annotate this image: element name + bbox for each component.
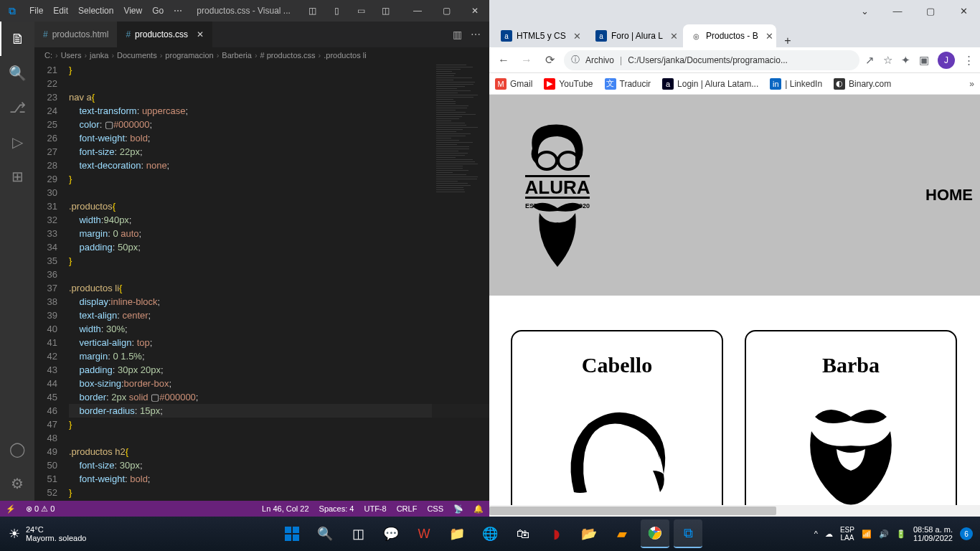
breadcrumb-item[interactable]: programacion [165,51,213,60]
language-indicator[interactable]: ESPLAA [840,526,854,542]
more-icon[interactable]: ⋯ [471,29,481,40]
code-editor[interactable]: 2122232425262728293031323334353637383940… [34,63,489,501]
back-button[interactable]: ← [495,54,512,67]
remote-icon[interactable]: ⚡ [6,504,16,514]
browser-tab[interactable]: ◎Productos - B✕ [683,24,776,47]
weather-widget[interactable]: 24°C Mayorm. soleado [26,525,86,542]
settings-gear-icon[interactable]: ⚙ [0,466,34,501]
vscode-icon[interactable]: ⧉ [674,519,702,548]
breadcrumb-item[interactable]: Users [61,51,82,60]
battery-icon[interactable]: 🔋 [896,529,906,539]
panel-icon[interactable]: ◫ [300,6,324,16]
bookmark[interactable]: 文Traducir [605,78,651,90]
statusbar-item[interactable]: Ln 46, Col 22 [262,504,308,514]
browser-tab[interactable]: aForo | Alura L✕ [588,24,682,47]
bookmark[interactable]: aLogin | Alura Latam... [662,78,758,90]
menu-⋯[interactable]: ⋯ [169,6,187,16]
statusbar-item[interactable]: CSS [427,504,443,514]
close-icon[interactable]: ✕ [197,29,204,39]
run-debug-icon[interactable]: ▷ [0,125,34,159]
menu-edit[interactable]: Edit [48,6,73,16]
wps-icon[interactable]: W [410,519,438,548]
close-icon[interactable]: ✕ [573,31,581,42]
chevron-down-icon[interactable]: ⌄ [848,6,881,17]
statusbar-item[interactable]: 📡 [453,504,463,514]
kebab-menu-icon[interactable]: ⋮ [963,54,974,67]
share-icon[interactable]: ↗ [865,54,875,67]
statusbar-item[interactable]: Spaces: 4 [319,504,354,514]
task-view-icon[interactable]: ◫ [344,519,372,548]
horizontal-scrollbar[interactable] [489,505,980,517]
chrome-icon[interactable] [641,519,669,548]
product-card[interactable]: Barba [745,330,957,517]
extensions-icon[interactable]: ✦ [901,54,910,67]
clock[interactable]: 08:58 a. m.11/09/2022 [913,525,953,542]
new-tab-button[interactable]: + [778,34,798,47]
maximize-icon[interactable]: ▢ [432,6,461,16]
code-lines[interactable]: }nav a{ text-transform: uppercase; color… [69,63,489,501]
breadcrumb-item[interactable]: Documents [117,51,157,60]
minimize-icon[interactable]: ― [881,6,914,17]
address-bar[interactable]: ⓘ Archivo | C:/Users/janka/Documents/pro… [564,50,859,70]
menu-go[interactable]: Go [147,6,169,16]
breadcrumbs[interactable]: C:›Users›janka›Documents›programacion›Ba… [34,47,489,63]
search-icon[interactable]: 🔍 [0,56,34,90]
account-icon[interactable]: ◯ [0,432,34,466]
extensions-icon[interactable]: ⊞ [0,159,34,194]
close-icon[interactable]: ✕ [461,6,489,16]
product-card[interactable]: Cabello [511,330,723,517]
close-icon[interactable]: ✕ [670,31,678,42]
breadcrumb-item[interactable]: C: [44,51,52,60]
close-icon[interactable]: ✕ [947,6,980,17]
start-button[interactable] [278,519,306,548]
minimap[interactable] [432,63,489,501]
panel-icon[interactable]: ▯ [324,6,349,16]
mcafee-icon[interactable]: ◗ [542,519,570,548]
browser-tab[interactable]: aHTML5 y CS✕ [494,24,587,47]
info-icon[interactable]: ⓘ [571,54,580,66]
menu-view[interactable]: View [118,6,147,16]
search-icon[interactable]: 🔍 [311,519,339,548]
sublime-icon[interactable]: ▰ [608,519,636,548]
folder-icon[interactable]: 📂 [575,519,603,548]
tray-chevron-icon[interactable]: ^ [814,529,818,538]
profile-avatar[interactable]: J [938,52,955,69]
problems[interactable]: ⊗ 0 ⚠ 0 [26,504,55,514]
nav-link[interactable]: HOME [925,186,973,204]
menu-file[interactable]: File [24,6,48,16]
wifi-icon[interactable]: 📶 [862,529,872,539]
maximize-icon[interactable]: ▢ [914,6,947,17]
breadcrumb-item[interactable]: janka [90,51,108,60]
chat-icon[interactable]: 💬 [377,519,405,548]
weather-icon[interactable]: ☀ [9,526,20,542]
statusbar-item[interactable]: UTF-8 [364,504,386,514]
edge-icon[interactable]: 🌐 [476,519,504,548]
statusbar-item[interactable]: CRLF [397,504,418,514]
explorer-icon[interactable]: 🗎 [0,22,34,56]
bookmark[interactable]: ▶YouTube [544,78,593,90]
panel-icon[interactable]: ◫ [373,6,397,16]
source-control-icon[interactable]: ⎇ [0,90,34,125]
editor-tab[interactable]: #productos.css✕ [117,22,212,47]
breadcrumb-item[interactable]: Barberia [222,51,252,60]
breadcrumb-item[interactable]: .productos li [324,51,366,60]
split-editor-icon[interactable]: ▥ [453,29,462,40]
minimize-icon[interactable]: ― [403,6,432,16]
side-panel-icon[interactable]: ▣ [919,54,929,67]
volume-icon[interactable]: 🔊 [879,529,889,539]
reload-button[interactable]: ⟳ [541,53,558,67]
file-explorer-icon[interactable]: 📁 [443,519,471,548]
onedrive-icon[interactable]: ☁ [825,529,833,539]
bookmark[interactable]: ◐Binary.com [834,78,891,90]
store-icon[interactable]: 🛍 [509,519,537,548]
star-icon[interactable]: ☆ [883,54,892,67]
editor-tab[interactable]: #productos.html [34,22,117,47]
close-icon[interactable]: ✕ [765,31,773,42]
bookmark[interactable]: in| LinkedIn [770,78,822,90]
notification-badge[interactable]: 6 [960,527,973,540]
statusbar-item[interactable]: 🔔 [473,504,484,514]
panel-icon[interactable]: ▭ [349,6,373,16]
menu-selection[interactable]: Selection [73,6,118,16]
breadcrumb-item[interactable]: # productos.css [260,51,316,60]
bookmarks-overflow-icon[interactable]: » [969,79,974,89]
